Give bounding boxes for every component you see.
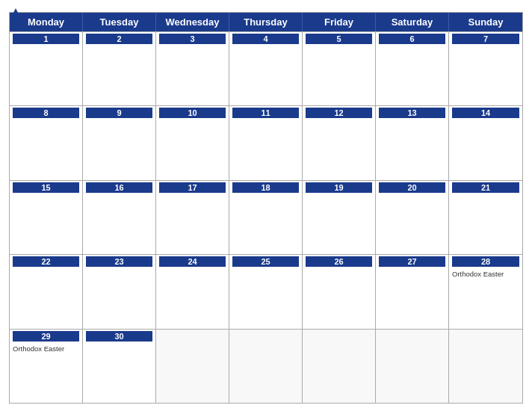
day-cell (449, 330, 522, 403)
weekday-header-sunday: Sunday (449, 13, 522, 31)
day-number: 29 (13, 331, 79, 342)
day-number: 1 (13, 34, 79, 44)
day-number: 10 (159, 108, 226, 118)
day-cell (156, 330, 229, 403)
day-cell: 8 (10, 106, 83, 179)
day-number: 22 (13, 256, 79, 267)
weekday-header-friday: Friday (303, 13, 376, 31)
day-number: 26 (306, 256, 372, 267)
day-number: 27 (379, 256, 445, 267)
day-cell (303, 330, 376, 403)
day-cell: 16 (83, 181, 156, 254)
day-cell: 25 (229, 255, 303, 328)
day-cell: 23 (83, 255, 156, 328)
day-cell: 11 (229, 106, 303, 179)
day-number: 20 (379, 182, 445, 193)
day-number: 21 (452, 182, 519, 193)
day-cell: 26 (303, 255, 376, 328)
day-cell: 30 (83, 330, 156, 403)
day-cell: 14 (449, 106, 522, 179)
day-number (379, 331, 445, 333)
day-number (159, 331, 226, 333)
day-number: 30 (86, 331, 152, 342)
day-cell: 21 (449, 181, 522, 254)
day-cell (376, 330, 449, 403)
calendar-page: MondayTuesdayWednesdayThursdayFridaySatu… (0, 0, 532, 411)
day-number: 8 (13, 108, 79, 118)
day-cell: 18 (229, 181, 303, 254)
day-cell (229, 330, 303, 403)
day-number: 28 (452, 256, 519, 267)
logo-icon (10, 7, 21, 18)
day-number: 5 (306, 34, 372, 44)
event-label: Orthodox Easter (452, 270, 519, 278)
day-number: 2 (86, 34, 152, 44)
day-cell: 15 (10, 181, 83, 254)
logo (9, 7, 21, 18)
day-number: 24 (159, 256, 226, 267)
day-number: 17 (159, 182, 226, 193)
week-row-3: 15161718192021 (10, 180, 522, 254)
day-cell: 7 (449, 32, 522, 105)
day-cell: 1 (10, 32, 83, 105)
day-cell: 12 (303, 106, 376, 179)
day-number: 13 (379, 108, 445, 118)
day-number: 15 (13, 182, 79, 193)
day-cell: 29Orthodox Easter (10, 330, 83, 403)
day-number: 18 (232, 182, 299, 193)
day-number: 19 (306, 182, 372, 193)
weekday-header-tuesday: Tuesday (83, 13, 156, 31)
week-row-1: 1234567 (10, 31, 522, 105)
weekday-header-thursday: Thursday (229, 13, 303, 31)
day-cell: 5 (303, 32, 376, 105)
day-cell: 20 (376, 181, 449, 254)
day-number (306, 331, 372, 333)
day-cell: 10 (156, 106, 229, 179)
day-cell: 2 (83, 32, 156, 105)
calendar-grid: MondayTuesdayWednesdayThursdayFridaySatu… (9, 12, 523, 404)
day-cell: 13 (376, 106, 449, 179)
day-number: 12 (306, 108, 372, 118)
week-row-2: 891011121314 (10, 105, 522, 179)
svg-marker-0 (11, 8, 20, 17)
weekday-header-wednesday: Wednesday (156, 13, 229, 31)
day-cell: 3 (156, 32, 229, 105)
day-number: 16 (86, 182, 152, 193)
weekday-headers: MondayTuesdayWednesdayThursdayFridaySatu… (10, 13, 522, 31)
day-cell: 27 (376, 255, 449, 328)
day-number: 3 (159, 34, 226, 44)
day-number (452, 331, 519, 333)
day-cell: 9 (83, 106, 156, 179)
day-cell: 22 (10, 255, 83, 328)
day-cell: 4 (229, 32, 303, 105)
day-number (232, 331, 299, 333)
day-number: 9 (86, 108, 152, 118)
logo-blue-text (9, 7, 21, 18)
week-row-5: 29Orthodox Easter30 (10, 329, 522, 403)
day-number: 11 (232, 108, 299, 118)
day-number: 25 (232, 256, 299, 267)
day-cell: 6 (376, 32, 449, 105)
day-cell: 28Orthodox Easter (449, 255, 522, 328)
day-cell: 19 (303, 181, 376, 254)
event-label: Orthodox Easter (13, 344, 79, 353)
day-number: 23 (86, 256, 152, 267)
weekday-header-saturday: Saturday (376, 13, 449, 31)
day-number: 14 (452, 108, 519, 118)
day-cell: 17 (156, 181, 229, 254)
day-cell: 24 (156, 255, 229, 328)
calendar-body: 1234567891011121314151617181920212223242… (10, 31, 522, 403)
day-number: 7 (452, 34, 519, 44)
day-number: 6 (379, 34, 445, 44)
day-number: 4 (232, 34, 299, 44)
week-row-4: 22232425262728Orthodox Easter (10, 254, 522, 328)
